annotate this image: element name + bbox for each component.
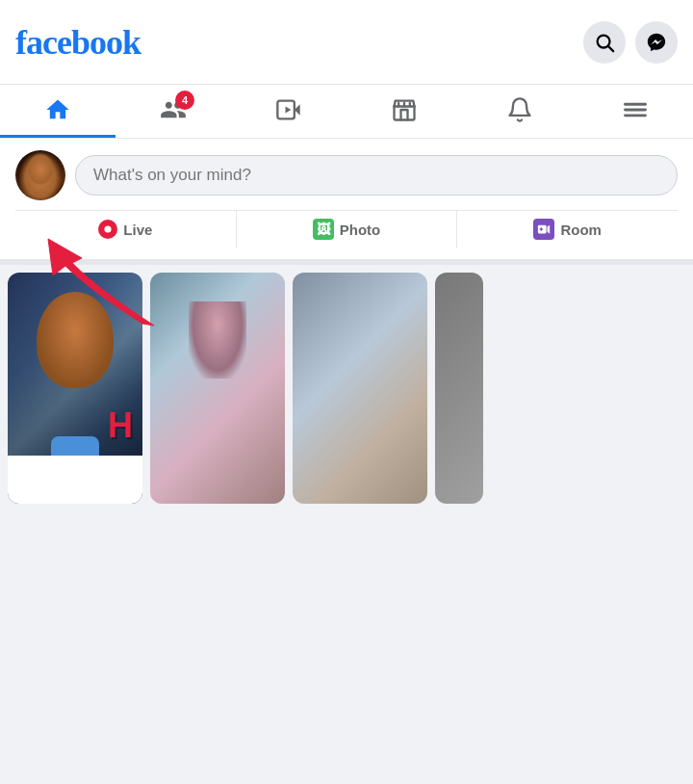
story-card-4[interactable]: [435, 273, 483, 504]
search-button[interactable]: [583, 21, 626, 64]
svg-marker-4: [286, 107, 292, 114]
store-icon: [391, 96, 418, 123]
app-header: facebook: [0, 0, 693, 85]
composer-actions: Live 🖼 Photo Room: [15, 210, 678, 248]
user-avatar[interactable]: [15, 150, 65, 200]
notifications-icon-wrap: [506, 96, 533, 123]
watch-icon-wrap: [275, 96, 302, 123]
nav-item-home[interactable]: [0, 85, 116, 138]
svg-line-1: [608, 46, 613, 51]
what-on-your-mind-input[interactable]: [75, 155, 678, 196]
story-card-3[interactable]: [293, 273, 427, 504]
friends-icon-wrap: 4: [160, 96, 187, 123]
room-button[interactable]: Room: [457, 211, 678, 248]
svg-marker-10: [548, 225, 551, 234]
live-label: Live: [123, 222, 152, 238]
search-icon: [594, 32, 615, 53]
story-person-2: [189, 301, 246, 379]
menu-icon-wrap: [622, 96, 649, 123]
home-icon: [44, 96, 71, 123]
main-nav: 4: [0, 85, 693, 139]
photo-icon: 🖼: [313, 219, 334, 240]
video-icon: [275, 96, 302, 123]
composer-row: [15, 150, 678, 200]
menu-icon: [622, 96, 649, 123]
nav-item-watch[interactable]: [231, 85, 346, 138]
nav-item-friends[interactable]: 4: [116, 85, 231, 138]
room-label: Room: [560, 222, 602, 238]
stories-section: H: [0, 265, 693, 511]
photo-label: Photo: [340, 222, 381, 238]
svg-point-8: [105, 225, 112, 232]
nav-item-marketplace[interactable]: [346, 85, 462, 138]
facebook-logo: facebook: [15, 22, 141, 63]
live-dot-inner: [102, 223, 114, 235]
story-card-1[interactable]: H: [8, 273, 142, 504]
home-icon-wrap: [44, 96, 71, 123]
story-face-shape: [37, 292, 114, 388]
messenger-icon: [646, 32, 667, 53]
story-card-2[interactable]: [150, 273, 285, 504]
photo-button[interactable]: 🖼 Photo: [237, 211, 458, 248]
friends-badge: 4: [175, 91, 194, 110]
nav-item-notifications[interactable]: [462, 85, 578, 138]
post-composer: Live 🖼 Photo Room: [0, 139, 693, 265]
room-icon: [533, 219, 554, 240]
live-button[interactable]: Live: [15, 211, 237, 248]
header-icons: [583, 21, 678, 64]
story-bottom-bar-1: [8, 456, 142, 504]
bell-icon: [506, 96, 533, 123]
video-plus-icon: [537, 222, 551, 236]
messenger-button[interactable]: [635, 21, 678, 64]
avatar-image: [15, 150, 65, 200]
live-icon: [98, 220, 117, 239]
story-letter-h: H: [108, 405, 133, 446]
nav-item-menu[interactable]: [578, 85, 693, 138]
stories-row: H: [0, 273, 693, 504]
marketplace-icon-wrap: [391, 96, 418, 123]
